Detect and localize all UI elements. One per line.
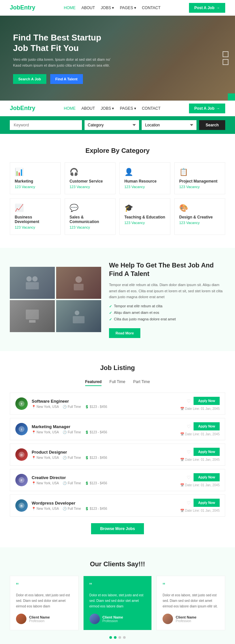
- category-icon: 💬: [70, 204, 111, 212]
- nav2-pages[interactable]: PAGES ▾: [120, 106, 136, 111]
- categories-title: Explore By Category: [10, 147, 225, 154]
- category-card[interactable]: 📊 Marketing 123 Vacancy: [10, 162, 61, 194]
- job-location: 📍New York, USA: [32, 430, 59, 434]
- testimonial-author: Client Name Profession: [16, 614, 72, 624]
- quote-icon: ": [16, 582, 72, 589]
- job-info: Software Engineer 📍New York, USA 🕐Full T…: [32, 399, 176, 409]
- time-icon: 🕐: [63, 456, 67, 459]
- chevron-down-icon: ▾: [112, 106, 114, 111]
- testimonial-dot[interactable]: [118, 636, 121, 639]
- category-card[interactable]: 🎓 Teaching & Education 123 Vacancy: [119, 198, 170, 235]
- search-job-button[interactable]: Search A Job: [13, 74, 46, 84]
- brand-logo-2[interactable]: JobEntry: [10, 105, 35, 112]
- job-tab[interactable]: Part Time: [133, 379, 150, 386]
- job-location: 📍New York, USA: [32, 405, 59, 409]
- nav-contact[interactable]: CONTACT: [142, 6, 161, 10]
- favorite-icon[interactable]: ♡: [187, 449, 191, 455]
- job-deadline: 📅 Date Line: 01 Jan, 2045: [180, 483, 220, 487]
- job-salary: 💲$123 - $456: [85, 481, 107, 485]
- testimonial-dots: [10, 636, 225, 639]
- job-info: Creative Director 📍New York, USA 🕐Full T…: [32, 475, 176, 485]
- apply-button[interactable]: Apply Now: [194, 448, 220, 456]
- testimonial-card: " Dolor et eos labore, stet justo and es…: [83, 576, 152, 630]
- testimonial-dot[interactable]: [123, 636, 126, 639]
- author-name: Client Name: [102, 615, 123, 619]
- quote-icon: ": [89, 582, 146, 589]
- svg-rect-2: [26, 282, 39, 289]
- browse-more-button[interactable]: Browse More Jobs: [91, 523, 144, 534]
- job-type: 🕐Full Time: [63, 405, 81, 409]
- testimonial-author: Client Name Profession: [163, 614, 219, 624]
- category-card[interactable]: 💬 Sales & Communication 123 Vacancy: [65, 198, 116, 235]
- post-job-button-2[interactable]: Post A Job →: [189, 104, 225, 113]
- nav-pages[interactable]: PAGES ▾: [120, 6, 136, 10]
- find-talent-button[interactable]: Find A Talent: [50, 74, 83, 84]
- job-actions: ♡ Apply Now 📅 Date Line: 01 Jan, 2045: [180, 422, 220, 436]
- nav2-contact[interactable]: CONTACT: [142, 106, 161, 111]
- job-type: 🕐Full Time: [63, 430, 81, 434]
- search-button[interactable]: Search: [199, 120, 225, 130]
- svg-text:B: B: [21, 504, 23, 507]
- chevron-down-icon: ▾: [134, 106, 136, 111]
- jobs-list: T Software Engineer 📍New York, USA 🕐Full…: [10, 393, 225, 517]
- apply-button[interactable]: Apply Now: [194, 499, 220, 507]
- testimonial-card: " Dolor et eos labore, stet justo sed es…: [10, 576, 79, 630]
- nav2-jobs[interactable]: JOBS ▾: [101, 106, 114, 111]
- nav2-home[interactable]: HOME: [64, 106, 75, 111]
- arrow-icon: →: [216, 6, 220, 10]
- favorite-icon[interactable]: ♡: [187, 398, 191, 404]
- about-image-2: [56, 267, 101, 299]
- testimonial-text: Dolor et eos labore, stet justo sed est …: [16, 592, 72, 609]
- favorite-icon[interactable]: ♡: [187, 424, 191, 429]
- checkmark-icon: ✓: [109, 311, 112, 315]
- category-card[interactable]: 👤 Human Resource 123 Vacancy: [119, 162, 170, 194]
- svg-rect-8: [73, 316, 85, 323]
- job-info: Marketing Manager 📍New York, USA 🕐Full T…: [32, 424, 176, 434]
- about-section: We Help To Get The Best Job And Find A T…: [0, 248, 235, 351]
- testimonial-dot[interactable]: [109, 636, 112, 639]
- post-job-button[interactable]: Post A Job →: [189, 3, 225, 13]
- favorite-icon[interactable]: ♡: [187, 500, 191, 506]
- nav-about[interactable]: ABOUT: [81, 6, 95, 10]
- hero-subtitle: Vero elitr justo clita lorem. Ipsum dolo…: [13, 57, 116, 68]
- keyword-input[interactable]: [10, 120, 82, 130]
- apply-button[interactable]: Apply Now: [194, 422, 220, 430]
- category-vacancy: 123 Vacancy: [70, 225, 111, 229]
- location-icon: 📍: [32, 481, 36, 485]
- job-tab[interactable]: Featured: [85, 379, 102, 386]
- chevron-down-icon: ▾: [112, 6, 114, 10]
- category-name: Human Resource: [124, 179, 165, 184]
- nav-home[interactable]: HOME: [64, 6, 75, 10]
- job-actions: ♡ Apply Now 📅 Date Line: 01 Jan, 2045: [180, 448, 220, 461]
- location-select[interactable]: Location New York Los Angeles Chicago: [142, 120, 196, 130]
- svg-rect-6: [29, 320, 36, 323]
- nav2-about[interactable]: ABOUT: [81, 106, 95, 111]
- apply-button[interactable]: Apply Now: [194, 397, 220, 405]
- read-more-button[interactable]: Read More: [109, 328, 140, 338]
- about-image-3: [10, 300, 55, 332]
- hero-title: Find The Best Startup Job That Fit You: [13, 32, 116, 54]
- category-vacancy: 123 Vacancy: [15, 185, 56, 189]
- svg-text:D: D: [21, 453, 23, 457]
- testimonial-card: " Dolor et eos labore, stet justo sed es…: [156, 576, 225, 630]
- testimonial-dot[interactable]: [114, 636, 117, 639]
- category-card[interactable]: 🎧 Customer Service 123 Vacancy: [65, 162, 116, 194]
- category-card[interactable]: 🎨 Design & Creative 123 Vacancy: [174, 198, 225, 235]
- chevron-down-icon: ▾: [134, 6, 136, 10]
- brand-logo[interactable]: JobEntry: [10, 4, 35, 11]
- job-deadline: 📅 Date Line: 01 Jan, 2045: [180, 509, 220, 512]
- category-icon: 👤: [124, 168, 165, 176]
- job-meta: 📍New York, USA 🕐Full Time 💲$123 - $456: [32, 456, 176, 459]
- hero-decorations: [223, 51, 228, 65]
- nav-jobs[interactable]: JOBS ▾: [101, 6, 114, 10]
- company-logo: T: [15, 397, 28, 410]
- category-card[interactable]: 📈 Business Development 123 Vacancy: [10, 198, 61, 235]
- primary-navbar: JobEntry HOME ABOUT JOBS ▾ PAGES ▾ CONTA…: [0, 0, 235, 16]
- author-name: Client Name: [176, 615, 196, 619]
- favorite-icon[interactable]: ♡: [187, 475, 191, 480]
- category-card[interactable]: 📋 Project Management 123 Vacancy: [174, 162, 225, 194]
- category-select[interactable]: Category IT Marketing Design: [85, 120, 139, 130]
- about-content: We Help To Get The Best Job And Find A T…: [109, 261, 225, 338]
- apply-button[interactable]: Apply Now: [194, 473, 220, 481]
- job-tab[interactable]: Full Time: [109, 379, 125, 386]
